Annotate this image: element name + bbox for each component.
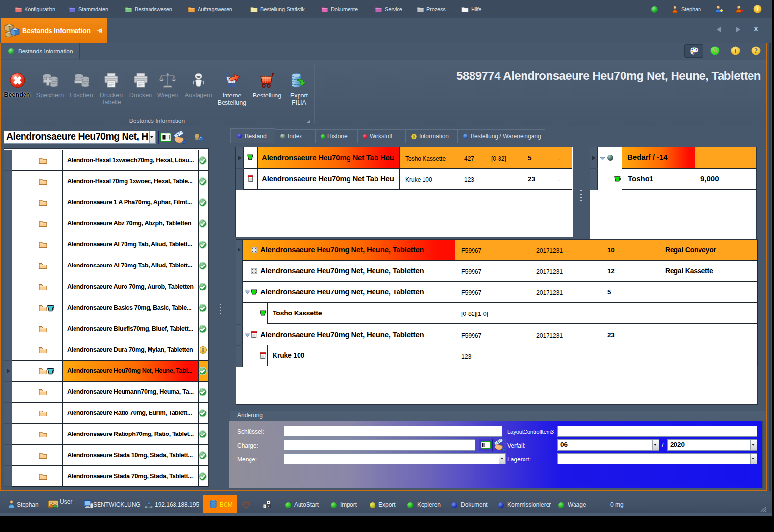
- svg-text:A: A: [713, 48, 717, 54]
- svg-text:i: i: [735, 48, 737, 55]
- svg-text:?: ?: [754, 48, 758, 55]
